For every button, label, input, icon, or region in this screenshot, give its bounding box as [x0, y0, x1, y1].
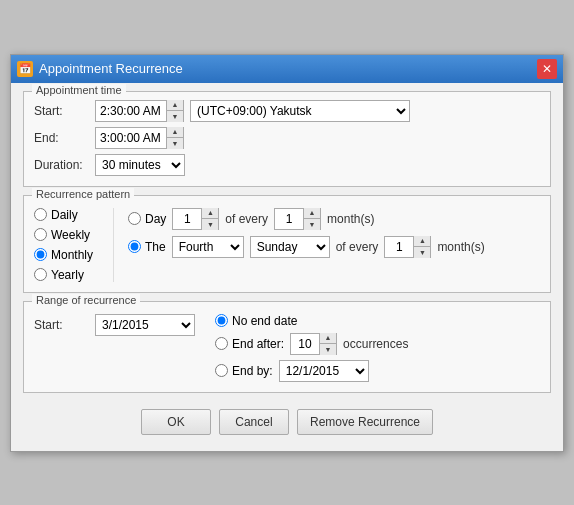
recurrence-options: Day ▲ ▼ of every — [114, 208, 540, 282]
end-by-radio-label[interactable]: End by: — [215, 364, 273, 378]
recurrence-pattern-section: Recurrence pattern Daily Weekly Monthly — [23, 195, 551, 293]
appointment-time-label: Appointment time — [32, 84, 126, 96]
title-bar: 📅 Appointment Recurrence ✕ — [11, 55, 563, 83]
occurrences-down[interactable]: ▼ — [320, 344, 336, 355]
weekly-label: Weekly — [51, 228, 90, 242]
end-after-radio-label[interactable]: End after: — [215, 337, 284, 351]
day-number-spinner[interactable]: ▲ ▼ — [172, 208, 219, 230]
day-months-spinner[interactable]: ▲ ▼ — [274, 208, 321, 230]
the-months-input[interactable] — [385, 237, 413, 257]
range-start-label: Start: — [34, 318, 89, 332]
start-time-down[interactable]: ▼ — [167, 111, 183, 122]
the-radio-label[interactable]: The — [128, 240, 166, 254]
weekly-radio[interactable] — [34, 228, 47, 241]
range-start: Start: 3/1/2015 — [34, 314, 195, 336]
occurrences-input[interactable] — [291, 334, 319, 354]
appointment-time-section: Appointment time Start: ▲ ▼ (UTC+09:00) … — [23, 91, 551, 187]
dialog-icon: 📅 — [17, 61, 33, 77]
close-button[interactable]: ✕ — [537, 59, 557, 79]
end-time-input[interactable] — [96, 128, 166, 148]
yearly-radio-label[interactable]: Yearly — [34, 268, 99, 282]
end-by-select[interactable]: 12/1/2015 — [279, 360, 369, 382]
end-time-down[interactable]: ▼ — [167, 138, 183, 149]
day-number-up[interactable]: ▲ — [202, 208, 218, 219]
no-end-label: No end date — [232, 314, 297, 328]
end-by-radio[interactable] — [215, 364, 228, 377]
the-months-down[interactable]: ▼ — [414, 247, 430, 258]
no-end-row: No end date — [215, 314, 408, 328]
end-time-spin-btns: ▲ ▼ — [166, 127, 183, 149]
dialog-title: Appointment Recurrence — [39, 61, 183, 76]
cancel-button[interactable]: Cancel — [219, 409, 289, 435]
the-months-spin-btns: ▲ ▼ — [413, 236, 430, 258]
end-row: End: ▲ ▼ — [34, 127, 540, 149]
range-start-row: Start: 3/1/2015 — [34, 314, 195, 336]
end-after-row: End after: ▲ ▼ occurrences — [215, 333, 408, 355]
range-of-recurrence-label: Range of recurrence — [32, 294, 140, 306]
weekly-radio-label[interactable]: Weekly — [34, 228, 99, 242]
start-label: Start: — [34, 104, 89, 118]
range-end: No end date End after: ▲ ▼ — [215, 314, 408, 382]
end-by-label: End by: — [232, 364, 273, 378]
monthly-radio-label[interactable]: Monthly — [34, 248, 99, 262]
day-months-label: month(s) — [327, 212, 374, 226]
recurrence-body: Daily Weekly Monthly Yearly — [34, 208, 540, 282]
the-months-up[interactable]: ▲ — [414, 236, 430, 247]
day-row: Day ▲ ▼ of every — [128, 208, 540, 230]
recurrence-radio-group: Daily Weekly Monthly Yearly — [34, 208, 114, 282]
occurrences-label: occurrences — [343, 337, 408, 351]
range-of-recurrence-section: Range of recurrence Start: 3/1/2015 N — [23, 301, 551, 393]
range-body: Start: 3/1/2015 No end date — [34, 314, 540, 382]
duration-label: Duration: — [34, 158, 89, 172]
appointment-recurrence-dialog: 📅 Appointment Recurrence ✕ Appointment t… — [10, 54, 564, 452]
the-of-every-label: of every — [336, 240, 379, 254]
the-option-label: The — [145, 240, 166, 254]
end-time-up[interactable]: ▲ — [167, 127, 183, 138]
duration-row: Duration: 30 minutes 1 hour 2 hours — [34, 154, 540, 176]
day-months-spin-btns: ▲ ▼ — [303, 208, 320, 230]
recurrence-pattern-label: Recurrence pattern — [32, 188, 134, 200]
range-start-select[interactable]: 3/1/2015 — [95, 314, 195, 336]
yearly-label: Yearly — [51, 268, 84, 282]
the-row: The First Second Third Fourth Last Sunda… — [128, 236, 540, 258]
day-radio-label[interactable]: Day — [128, 212, 166, 226]
day-months-down[interactable]: ▼ — [304, 219, 320, 230]
day-months-up[interactable]: ▲ — [304, 208, 320, 219]
of-every-label: of every — [225, 212, 268, 226]
end-by-row: End by: 12/1/2015 — [215, 360, 408, 382]
daily-radio-label[interactable]: Daily — [34, 208, 99, 222]
daily-radio[interactable] — [34, 208, 47, 221]
the-months-spinner[interactable]: ▲ ▼ — [384, 236, 431, 258]
yearly-radio[interactable] — [34, 268, 47, 281]
dialog-body: Appointment time Start: ▲ ▼ (UTC+09:00) … — [11, 83, 563, 451]
start-time-up[interactable]: ▲ — [167, 100, 183, 111]
no-end-radio[interactable] — [215, 314, 228, 327]
ordinal-select[interactable]: First Second Third Fourth Last — [172, 236, 244, 258]
day-of-week-select[interactable]: Sunday Monday Tuesday Wednesday Thursday… — [250, 236, 330, 258]
end-after-label: End after: — [232, 337, 284, 351]
day-option-label: Day — [145, 212, 166, 226]
no-end-radio-label[interactable]: No end date — [215, 314, 297, 328]
occurrences-spinner[interactable]: ▲ ▼ — [290, 333, 337, 355]
day-number-input[interactable] — [173, 209, 201, 229]
the-option-radio[interactable] — [128, 240, 141, 253]
monthly-label: Monthly — [51, 248, 93, 262]
day-option-radio[interactable] — [128, 212, 141, 225]
start-row: Start: ▲ ▼ (UTC+09:00) Yakutsk — [34, 100, 540, 122]
remove-recurrence-button[interactable]: Remove Recurrence — [297, 409, 433, 435]
day-months-input[interactable] — [275, 209, 303, 229]
day-number-down[interactable]: ▼ — [202, 219, 218, 230]
timezone-select[interactable]: (UTC+09:00) Yakutsk — [190, 100, 410, 122]
start-time-input[interactable] — [96, 101, 166, 121]
occurrences-up[interactable]: ▲ — [320, 333, 336, 344]
monthly-radio[interactable] — [34, 248, 47, 261]
day-number-spin-btns: ▲ ▼ — [201, 208, 218, 230]
ok-button[interactable]: OK — [141, 409, 211, 435]
end-label: End: — [34, 131, 89, 145]
end-time-spinner[interactable]: ▲ ▼ — [95, 127, 184, 149]
title-bar-left: 📅 Appointment Recurrence — [17, 61, 183, 77]
end-after-radio[interactable] — [215, 337, 228, 350]
daily-label: Daily — [51, 208, 78, 222]
start-time-spinner[interactable]: ▲ ▼ — [95, 100, 184, 122]
duration-select[interactable]: 30 minutes 1 hour 2 hours — [95, 154, 185, 176]
